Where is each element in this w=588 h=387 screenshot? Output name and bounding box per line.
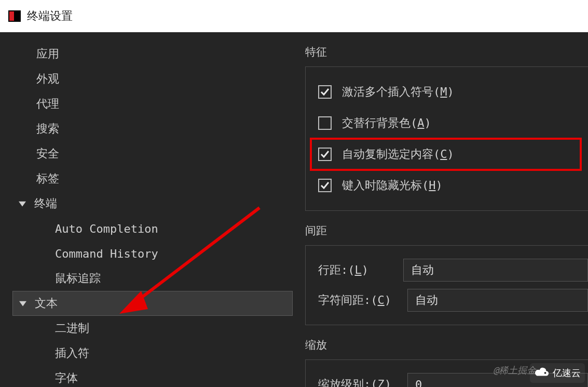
sidebar-item-proxy[interactable]: 代理	[12, 91, 293, 116]
checkbox[interactable]	[318, 116, 332, 130]
caret-down-icon	[18, 299, 28, 308]
sidebar-item-security[interactable]: 安全	[12, 141, 293, 166]
sidebar-item-appearance[interactable]: 外观	[12, 66, 293, 91]
label-line-spacing: 行距:(L)	[318, 262, 396, 278]
window-title: 终端设置	[27, 8, 73, 24]
sidebar-item-label: 字体	[55, 370, 78, 386]
section-title-features: 特征	[305, 45, 588, 59]
sidebar-item-search[interactable]: 搜索	[12, 116, 293, 141]
feature-hide-cursor-typing[interactable]: 键入时隐藏光标(H)	[318, 170, 588, 201]
feature-label: 激活多个插入符号(M)	[342, 84, 454, 100]
checkbox[interactable]	[318, 85, 332, 99]
watermark-yisu: 亿速云	[530, 363, 585, 383]
sidebar-item-label: 搜索	[36, 121, 59, 137]
sidebar-item-label: 文本	[35, 296, 58, 311]
svg-marker-1	[9, 11, 14, 21]
titlebar: 终端设置	[0, 0, 588, 32]
watermark-label: 亿速云	[553, 367, 581, 379]
sidebar-item-caret[interactable]: 插入符	[12, 341, 293, 366]
sidebar-item-app[interactable]: 应用	[12, 42, 293, 66]
sidebar-item-label: 二进制	[55, 321, 89, 336]
feature-multi-caret[interactable]: 激活多个插入符号(M)	[318, 76, 588, 108]
sidebar-item-mouse-tracking[interactable]: 鼠标追踪	[12, 266, 293, 291]
feature-auto-copy-selection[interactable]: 自动复制选定内容(C)	[311, 139, 581, 170]
sidebar-item-font[interactable]: 字体	[12, 366, 293, 387]
row-char-spacing: 字符间距:(C) 自动	[318, 285, 588, 315]
feature-alt-row-bg[interactable]: 交替行背景色(A)	[318, 108, 588, 139]
feature-label: 交替行背景色(A)	[342, 115, 431, 131]
sidebar-item-label: 安全	[36, 146, 59, 162]
input-char-spacing[interactable]: 自动	[407, 289, 588, 312]
sidebar-item-label: Auto Completion	[55, 222, 158, 235]
row-line-spacing: 行距:(L) 自动	[318, 255, 588, 285]
settings-sidebar: 应用 外观 代理 搜索 安全 标签 终端 Auto Completion Com…	[0, 42, 293, 387]
sidebar-item-terminal[interactable]: 终端	[12, 191, 293, 216]
sidebar-item-label: 插入符	[55, 345, 89, 361]
label-zoom-level: 缩放级别:(Z)	[318, 377, 400, 387]
sidebar-item-auto-completion[interactable]: Auto Completion	[12, 216, 293, 241]
feature-label: 自动复制选定内容(C)	[342, 146, 454, 162]
sidebar-item-label: 标签	[36, 171, 59, 186]
sidebar-item-text[interactable]: 文本	[12, 291, 293, 316]
spacing-group: 行距:(L) 自动 字符间距:(C) 自动	[305, 245, 588, 325]
svg-marker-2	[19, 202, 26, 207]
cloud-icon	[534, 366, 550, 380]
main-area: 应用 外观 代理 搜索 安全 标签 终端 Auto Completion Com…	[0, 32, 588, 387]
checkbox[interactable]	[318, 179, 332, 192]
sidebar-item-tabs[interactable]: 标签	[12, 166, 293, 191]
sidebar-item-label: 应用	[36, 46, 59, 62]
settings-panel: 特征 激活多个插入符号(M) 交替行背景色(A) 自动复制选定内容(C) 键入时…	[293, 42, 588, 387]
app-icon	[7, 9, 22, 23]
section-title-zoom: 缩放	[305, 338, 588, 352]
label-char-spacing: 字符间距:(C)	[318, 292, 400, 308]
sidebar-item-label: 代理	[36, 96, 59, 112]
feature-label: 键入时隐藏光标(H)	[342, 178, 443, 193]
sidebar-item-binary[interactable]: 二进制	[12, 316, 293, 341]
features-group: 激活多个插入符号(M) 交替行背景色(A) 自动复制选定内容(C) 键入时隐藏光…	[305, 66, 588, 211]
input-line-spacing[interactable]: 自动	[403, 259, 588, 282]
checkbox[interactable]	[318, 148, 332, 161]
sidebar-item-label: 鼠标追踪	[55, 271, 101, 286]
sidebar-item-label: 外观	[36, 71, 59, 87]
sidebar-item-label: Command History	[55, 247, 158, 260]
svg-marker-3	[19, 301, 26, 306]
svg-point-6	[544, 372, 546, 374]
sidebar-item-label: 终端	[34, 196, 57, 211]
sidebar-item-command-history[interactable]: Command History	[12, 241, 293, 266]
section-title-spacing: 间距	[305, 223, 588, 238]
caret-down-icon	[18, 199, 27, 208]
